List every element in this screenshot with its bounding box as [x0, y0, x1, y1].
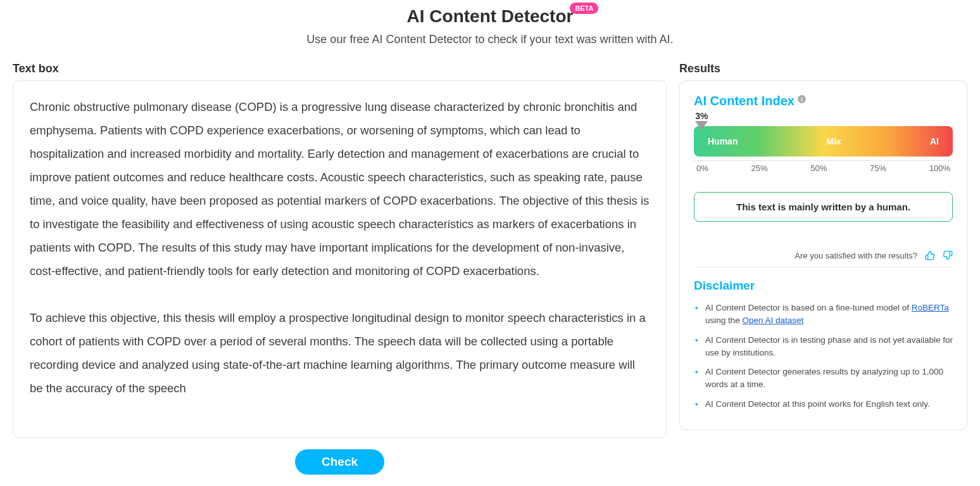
ai-index-meter: 3% Human Mix AI 0% 25% 50% 75% 100%	[694, 126, 953, 173]
page-title: AI Content Detector BETA	[407, 6, 574, 27]
tick-25: 25%	[751, 161, 768, 173]
beta-badge: BETA	[570, 3, 598, 14]
content-input[interactable]	[13, 81, 666, 435]
page-title-text: AI Content Detector	[407, 6, 574, 26]
tick-0: 0%	[696, 161, 708, 173]
roberta-link[interactable]: RoBERTa	[912, 303, 949, 312]
meter-ticks: 0% 25% 50% 75% 100%	[694, 160, 953, 173]
textbox-card	[13, 80, 667, 438]
meter-label-ai: AI	[930, 136, 939, 146]
feedback-row: Are you satisfied with the results?	[694, 250, 953, 267]
disclaimer-item-4: AI Content Detector at this point works …	[694, 398, 953, 411]
tick-50: 50%	[810, 161, 827, 173]
pointer-value: 3%	[695, 111, 708, 121]
verdict-box: This text is mainly written by a human.	[694, 192, 953, 222]
meter-label-mix: Mix	[827, 136, 841, 146]
check-button[interactable]: Check	[295, 449, 384, 475]
openai-dataset-link[interactable]: Open AI dataset	[743, 316, 804, 325]
pointer-icon	[695, 121, 708, 130]
feedback-prompt: Are you satisfied with the results?	[795, 251, 917, 260]
textbox-label: Text box	[13, 62, 667, 75]
info-icon[interactable]: i	[798, 95, 806, 103]
disclaimer-title: Disclaimer	[694, 279, 953, 293]
thumbs-down-icon[interactable]	[943, 250, 953, 260]
disclaimer-list: AI Content Detector is based on a fine-t…	[694, 302, 953, 411]
results-label: Results	[679, 62, 967, 75]
thumbs-up-icon[interactable]	[925, 250, 935, 260]
disclaimer-item-3: AI Content Detector generates results by…	[694, 366, 953, 392]
tick-75: 75%	[870, 161, 886, 173]
meter-bar: Human Mix AI	[694, 126, 953, 157]
ai-content-index-title: AI Content Index	[694, 94, 795, 108]
tick-100: 100%	[929, 161, 950, 173]
results-card: AI Content Index i 3% Human Mix AI 0% 25…	[679, 80, 967, 430]
disclaimer-item-1: AI Content Detector is based on a fine-t…	[694, 302, 953, 328]
meter-label-human: Human	[708, 136, 738, 146]
disclaimer-item-2: AI Content Detector is in testing phase …	[694, 334, 953, 360]
page-subtitle: Use our free AI Content Detector to chec…	[13, 33, 967, 46]
